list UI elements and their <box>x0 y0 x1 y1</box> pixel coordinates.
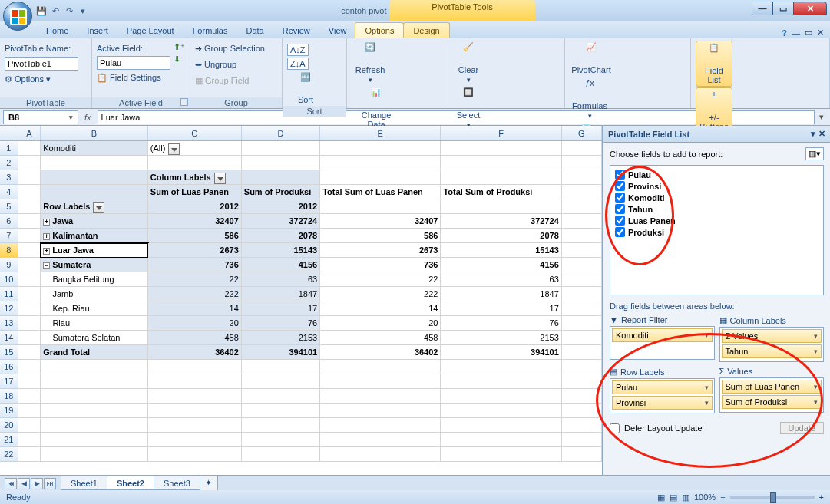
tab-options[interactable]: Options <box>355 22 404 38</box>
zoom-slider[interactable] <box>730 496 815 499</box>
cell[interactable] <box>18 316 41 331</box>
field-checkbox-luas panen[interactable]: Luas Panen <box>613 215 820 226</box>
column-labels-dropdown-icon[interactable] <box>214 173 226 184</box>
cell[interactable] <box>441 404 561 418</box>
area-pill[interactable]: Tahun <box>722 344 822 358</box>
cell[interactable]: Column Labels <box>148 170 242 185</box>
cell[interactable]: Kep. Riau <box>41 301 148 316</box>
col-header-A[interactable]: A <box>18 126 41 140</box>
zoom-in-icon[interactable]: + <box>819 492 824 502</box>
clear-button[interactable]: 🧹Clear▾ <box>450 41 487 85</box>
cell[interactable]: 4156 <box>242 258 320 272</box>
row-header-13[interactable]: 13 <box>0 316 18 331</box>
row-header-11[interactable]: 11 <box>0 287 18 301</box>
cell[interactable]: 2078 <box>441 229 561 243</box>
sheet-nav-next-icon[interactable]: ▶ <box>31 478 43 489</box>
expand-icon[interactable]: + <box>43 233 50 240</box>
cell[interactable] <box>41 170 148 185</box>
cell[interactable] <box>441 360 561 374</box>
cell[interactable] <box>242 374 320 389</box>
cell[interactable]: 22 <box>320 272 441 287</box>
cell[interactable] <box>242 404 320 418</box>
undo-icon[interactable]: ↶ <box>49 5 61 17</box>
row-labels-box[interactable]: PulauProvinsi <box>610 378 715 413</box>
area-pill[interactable]: Komoditi <box>612 328 713 342</box>
expand-icon[interactable]: + <box>43 248 50 255</box>
column-labels-box[interactable]: Σ ValuesTahun <box>719 327 825 362</box>
cell[interactable] <box>148 360 242 374</box>
row-header-22[interactable]: 22 <box>0 447 18 462</box>
sort-button[interactable]: 🔤Sort <box>287 71 324 106</box>
workbook-restore-icon[interactable]: ▭ <box>805 28 812 38</box>
row-header-1[interactable]: 1 <box>0 141 18 156</box>
cell[interactable]: 1847 <box>242 287 320 301</box>
cell[interactable] <box>441 156 561 170</box>
cell[interactable] <box>441 170 561 185</box>
cell[interactable]: 14 <box>320 301 441 316</box>
minimize-button[interactable]: — <box>752 2 773 15</box>
qat-customize-icon[interactable]: ▾ <box>77 5 89 17</box>
sort-desc-icon[interactable]: Z↓A <box>287 58 309 70</box>
cell[interactable]: 2012 <box>148 199 242 214</box>
col-header-E[interactable]: E <box>320 126 441 140</box>
group-field-button[interactable]: ▦ Group Field <box>195 73 277 88</box>
cell[interactable] <box>18 345 41 360</box>
cell[interactable] <box>18 272 41 287</box>
cell[interactable] <box>41 404 148 418</box>
cell[interactable]: −Sumatera <box>41 258 148 272</box>
cell[interactable]: 15143 <box>441 243 561 258</box>
row-header-2[interactable]: 2 <box>0 156 18 170</box>
cell[interactable] <box>18 331 41 345</box>
row-header-12[interactable]: 12 <box>0 301 18 316</box>
row-header-3[interactable]: 3 <box>0 170 18 185</box>
cell[interactable]: 586 <box>320 229 441 243</box>
tab-page-layout[interactable]: Page Layout <box>117 23 184 38</box>
cell[interactable] <box>148 389 242 404</box>
field-checkbox-provinsi[interactable]: Provinsi <box>613 180 820 192</box>
cell[interactable] <box>18 170 41 185</box>
cell[interactable]: 458 <box>148 331 242 345</box>
cell[interactable]: 22 <box>148 272 242 287</box>
cell[interactable] <box>148 447 242 462</box>
cell[interactable]: Row Labels <box>41 199 148 214</box>
cell[interactable] <box>18 199 41 214</box>
field-list-button[interactable]: 📋Field List <box>696 41 732 87</box>
cell[interactable]: 2153 <box>242 331 320 345</box>
row-header-15[interactable]: 15 <box>0 345 18 360</box>
select-all-corner[interactable] <box>0 126 18 140</box>
cell[interactable] <box>18 389 41 404</box>
cell[interactable]: +Jawa <box>41 214 148 229</box>
row-header-7[interactable]: 7 <box>0 229 18 243</box>
cell[interactable] <box>441 199 561 214</box>
cell[interactable] <box>18 301 41 316</box>
cell[interactable]: 2078 <box>242 229 320 243</box>
redo-icon[interactable]: ↷ <box>63 5 75 17</box>
row-header-14[interactable]: 14 <box>0 331 18 345</box>
refresh-button[interactable]: 🔄Refresh▾ <box>352 41 389 85</box>
cell[interactable]: Riau <box>41 316 148 331</box>
sheet-tab-sheet3[interactable]: Sheet3 <box>154 476 200 490</box>
cell[interactable] <box>320 141 441 156</box>
cell[interactable]: (All) <box>148 141 242 156</box>
row-header-17[interactable]: 17 <box>0 374 18 389</box>
cell[interactable]: 2673 <box>320 243 441 258</box>
sheet-tab-sheet2[interactable]: Sheet2 <box>107 476 154 490</box>
cell[interactable] <box>18 258 41 272</box>
cell[interactable]: 4156 <box>441 258 561 272</box>
sheet-nav-first-icon[interactable]: ⏮ <box>5 478 17 489</box>
cell[interactable] <box>41 418 148 433</box>
cell[interactable]: 20 <box>320 316 441 331</box>
cell[interactable]: 15143 <box>242 243 320 258</box>
area-pill[interactable]: Σ Values <box>722 329 822 343</box>
cell[interactable] <box>41 360 148 374</box>
zoom-level[interactable]: 100% <box>694 492 716 502</box>
cell[interactable] <box>148 418 242 433</box>
cell[interactable]: Sum of Luas Panen <box>148 185 242 199</box>
worksheet[interactable]: ABCDEFG 1Komoditi(All)23Column Labels4Su… <box>0 126 603 475</box>
field-checkbox-produksi[interactable]: Produksi <box>613 226 820 238</box>
cell[interactable] <box>320 199 441 214</box>
cell[interactable] <box>41 433 148 447</box>
cell[interactable] <box>41 185 148 199</box>
active-field-input[interactable] <box>97 56 170 70</box>
cell[interactable]: 76 <box>242 316 320 331</box>
